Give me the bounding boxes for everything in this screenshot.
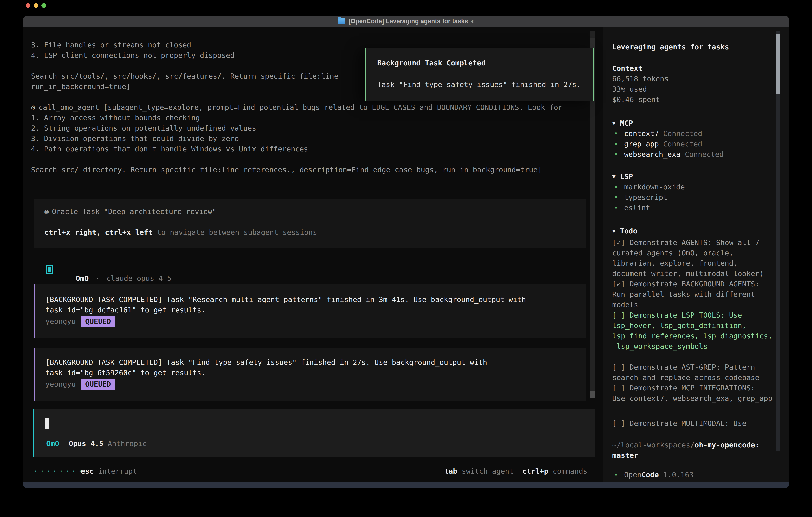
statusbar-left: escinterrupt xyxy=(81,467,137,476)
todo-line-active: lsp_hover, lsp_goto_definition, xyxy=(612,321,747,330)
todo-line: search and replace across codebase xyxy=(612,373,759,382)
task-meta-row: yeongyuQUEUED xyxy=(46,316,115,327)
version-row: •OpenCode1.0.163 xyxy=(614,470,694,480)
window-title: [OpenCode] Leveraging agents for tasks xyxy=(349,18,468,25)
bullet-icon: • xyxy=(614,471,618,479)
session-title: Leveraging agents for tasks xyxy=(612,43,729,52)
sidebar-scrollbar-track[interactable] xyxy=(776,31,780,451)
toast-body: Task "Find type safety issues" finished … xyxy=(377,80,581,89)
task-message-line: [BACKGROUND TASK COMPLETED] Task "Find t… xyxy=(46,358,487,367)
agent-name: OmO xyxy=(76,274,89,282)
version-number: 1.0.163 xyxy=(663,471,694,479)
window-bottom-strip xyxy=(23,482,789,488)
input-model-row: OmOOpus 4.5Anthropic xyxy=(46,439,147,448)
background-task-box: [BACKGROUND TASK COMPLETED] Task "Find t… xyxy=(34,348,586,401)
ctrlp-key-hint: ctrl+p xyxy=(522,467,548,475)
agent-model: claude-opus-4-5 xyxy=(107,274,171,282)
todo-line: librarian, explore, frontend, xyxy=(612,259,738,268)
folder-icon xyxy=(338,18,345,24)
task-message-line: task_id="bg_6f59260c" to get results. xyxy=(46,368,206,377)
scrollback-line: 2. String operations on potentially unde… xyxy=(31,124,256,133)
oracle-task-box: ◉Oracle Task "Deep architecture review" … xyxy=(34,199,586,248)
toast-title: Background Task Completed xyxy=(377,58,486,67)
notification-toast[interactable]: Background Task Completed Task "Find typ… xyxy=(365,48,594,101)
oracle-task-title: ◉Oracle Task "Deep architecture review" xyxy=(45,207,216,216)
input-provider: Anthropic xyxy=(108,439,147,447)
mcp-item: •context7Connected xyxy=(614,129,702,138)
bullet-icon: • xyxy=(614,203,618,212)
scrollback-line: 1. Array access without bounds checking xyxy=(31,113,200,123)
maximize-button[interactable] xyxy=(41,3,46,8)
mcp-item: •grep_appConnected xyxy=(614,139,702,148)
context-heading: Context xyxy=(612,64,643,73)
gear-icon: ⚙ xyxy=(31,103,35,111)
workspace-path: ~/local-workspaces/oh-my-opencode: xyxy=(612,440,759,450)
lsp-section-header[interactable]: ▼LSP xyxy=(612,172,633,181)
todo-line: curated agents (OmO, oracle, xyxy=(612,248,733,257)
mcp-section-header[interactable]: ▼MCP xyxy=(612,118,633,128)
background-task-box: [BACKGROUND TASK COMPLETED] Task "Resear… xyxy=(34,284,586,338)
sidebar-scrollbar-thumb[interactable] xyxy=(776,34,780,93)
context-spent: $0.46 spent xyxy=(612,95,660,104)
context-used: 33% used xyxy=(612,85,647,94)
main-scrollbar-thumb[interactable] xyxy=(590,38,594,48)
scrollback-line: 4. Path operations that don't handle Win… xyxy=(31,144,308,154)
todo-line-active: lsp_find_references, lsp_diagnostics, xyxy=(612,331,773,341)
scrollback-line: 3. Division operations that could divide… xyxy=(31,134,239,143)
scrollback-line: 3. File handles or streams not closed xyxy=(31,40,191,50)
todo-line: models xyxy=(612,300,638,309)
context-tokens: 66,518 tokens xyxy=(612,74,669,83)
input-model-name: Opus 4.5 xyxy=(69,439,103,447)
task-message-line: task_id="bg_dcfac161" to get results. xyxy=(46,305,206,315)
todo-line: [ ] Demonstrate MULTIMODAL: Use xyxy=(612,419,747,428)
todo-line: [✓] Demonstrate AGENTS: Show all 7 xyxy=(612,238,759,247)
agent-omo-icon xyxy=(46,265,53,274)
lsp-item: •eslint xyxy=(614,203,650,212)
task-user: yeongyu xyxy=(46,317,76,325)
chevron-down-icon: ▼ xyxy=(612,173,616,180)
workspace-branch: master xyxy=(612,451,638,460)
chevron-down-icon: ▼ xyxy=(612,227,616,234)
chevron-down-icon: ▼ xyxy=(612,120,616,126)
task-message-line: [BACKGROUND TASK COMPLETED] Task "Resear… xyxy=(46,295,526,304)
todo-line: [ ] Demonstrate AST-GREP: Pattern xyxy=(612,363,755,372)
todo-line: Use context7, websearch_exa, grep_app xyxy=(612,394,773,403)
oracle-task-hint: ctrl+x right, ctrl+x left to navigate be… xyxy=(45,228,317,237)
task-user: yeongyu xyxy=(46,380,76,388)
statusbar-right: tabswitch agentctrl+pcommands xyxy=(444,467,587,476)
input-agent-name: OmO xyxy=(46,439,59,447)
todo-line-active: lsp_workspace_symbols xyxy=(612,342,707,351)
tool-call-line: ⚙call_omo_agent [subagent_type=explore, … xyxy=(31,103,562,112)
tab-key-hint: tab xyxy=(444,467,457,475)
bullet-icon: • xyxy=(614,140,618,148)
todo-line: Run parallel tasks with different xyxy=(612,290,755,299)
bullet-icon: • xyxy=(614,129,618,138)
todo-line: [ ] Demonstrate MCP INTEGRATIONS: xyxy=(612,383,755,393)
bullet-icon: • xyxy=(614,183,618,191)
todo-line: document-writer, multimodal-looker) xyxy=(612,269,764,278)
mcp-item: •websearch_exaConnected xyxy=(614,150,724,159)
main-scrollbar-thumb[interactable] xyxy=(590,391,594,398)
todo-line: [✓] Demonstrate BACKGROUND AGENTS: xyxy=(612,279,759,289)
scrollback-line: run_in_background=true] xyxy=(31,82,131,91)
status-badge: QUEUED xyxy=(81,316,115,327)
title-bar: [OpenCode] Leveraging agents for tasks ◐ xyxy=(23,16,789,27)
close-button[interactable] xyxy=(26,3,30,8)
record-dot-icon: ◉ xyxy=(45,207,49,216)
keyboard-shortcut: ctrl+x right, ctrl+x left xyxy=(45,228,153,236)
status-badge: QUEUED xyxy=(81,379,115,390)
separator-dot: · xyxy=(95,274,100,282)
scrollback-line: 4. LSP client connections not properly d… xyxy=(31,51,235,60)
minimize-button[interactable] xyxy=(34,3,38,8)
scrollback-line: Search src/ directory. Return specific f… xyxy=(31,165,542,174)
prompt-input[interactable]: OmOOpus 4.5Anthropic xyxy=(33,409,595,457)
bullet-icon: • xyxy=(614,150,618,158)
lsp-item: •markdown-oxide xyxy=(614,182,685,192)
lsp-item: •typescript xyxy=(614,193,667,202)
todo-section-header[interactable]: ▼Todo xyxy=(612,226,637,236)
todo-line-active: [ ] Demonstrate LSP TOOLS: Use xyxy=(612,311,742,320)
desktop: [OpenCode] Leveraging agents for tasks ◐… xyxy=(0,0,812,517)
scrollback-line: Search src/tools/, src/hooks/, src/featu… xyxy=(31,72,339,81)
text-cursor xyxy=(45,418,49,429)
task-meta-row: yeongyuQUEUED xyxy=(46,379,115,390)
